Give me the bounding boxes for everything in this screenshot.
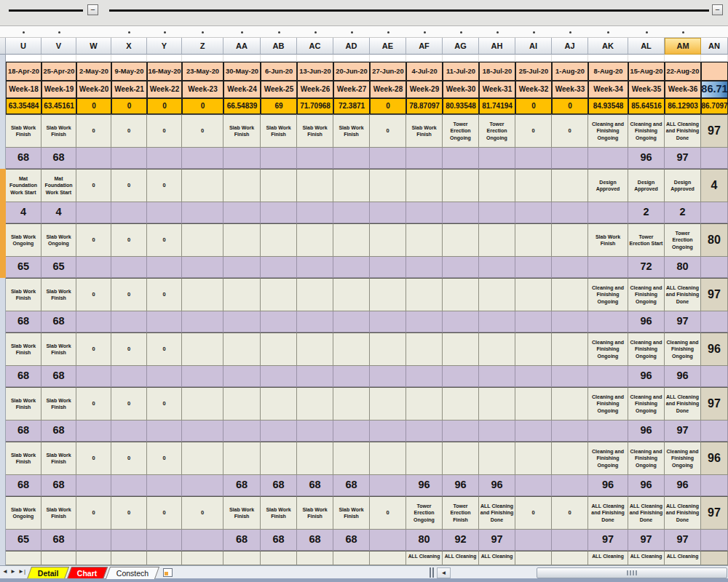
week-cell-Z[interactable]: Week-23 [182,81,223,98]
grid-cell[interactable]: 0 [147,332,182,366]
column-header-AC[interactable]: AC [297,38,333,55]
grid-cell[interactable] [370,387,406,420]
grid-cell[interactable]: ALL Cleaning [479,551,515,565]
grid-cell[interactable] [588,257,628,278]
grid-cell[interactable]: 68 [297,530,333,551]
column-header-AJ[interactable]: AJ [552,38,588,55]
grid-cell[interactable] [182,442,223,475]
progress-cell-X[interactable]: 0 [111,98,147,114]
week-cell-Y[interactable]: Week-22 [147,81,182,98]
grid-cell[interactable] [515,442,552,475]
grid-cell[interactable] [182,366,223,387]
grid-cell[interactable]: ALL Cleaning [628,551,665,565]
grid-cell[interactable] [515,420,552,442]
grid-cell[interactable]: 0 [76,496,111,530]
progress-cell-AG[interactable]: 80.93548 [443,98,479,114]
grid-cell[interactable] [479,420,515,442]
progress-cell-Z[interactable]: 0 [182,98,223,114]
grid-cell[interactable] [333,55,370,62]
grid-cell[interactable] [223,55,261,62]
week-cell-AF[interactable]: Week-29 [406,81,443,98]
grid-cell[interactable]: 0 [552,114,588,148]
h-scrollbar-thumb[interactable] [537,567,727,578]
grid-cell[interactable]: Design Approved [588,169,628,202]
grid-cell[interactable] [261,366,297,387]
grid-cell[interactable] [552,442,588,475]
week-cell-AL[interactable]: Week-35 [628,81,665,98]
grid-cell[interactable] [479,257,515,278]
grid-cell[interactable] [297,420,333,442]
grid-cell[interactable]: 97 [628,530,665,551]
grid-cell[interactable]: 0 [76,223,111,257]
grid-cell[interactable] [552,278,588,311]
grid-cell[interactable] [552,257,588,278]
grid-cell[interactable]: Cleaning and Finishing Ongoing [588,278,628,311]
grid-cell[interactable]: 96 [628,475,665,496]
grid-cell[interactable] [515,475,552,496]
grid-cell[interactable] [223,278,261,311]
grid-cell[interactable] [111,475,147,496]
grid-cell[interactable] [479,387,515,420]
grid-cell[interactable]: Slab Work Finish [223,114,261,148]
grid-cell[interactable] [370,169,406,202]
grid-cell[interactable] [443,442,479,475]
grid-cell[interactable] [479,169,515,202]
grid-cell[interactable]: 96 [628,311,665,332]
grid-cell[interactable]: 68 [41,311,76,332]
grid-cell[interactable] [479,366,515,387]
date-cell-W[interactable]: 2-May-20 [76,62,111,81]
sheet-tab-detail[interactable]: Detail [27,567,69,579]
grid-cell[interactable]: 68 [333,530,370,551]
grid-cell[interactable] [261,278,297,311]
grid-cell[interactable]: 0 [147,442,182,475]
grid-cell[interactable] [479,55,515,62]
grid-cell[interactable] [223,420,261,442]
grid-cell[interactable] [182,420,223,442]
column-header-W[interactable]: W [76,38,111,55]
column-header-V[interactable]: V [41,38,76,55]
grid-cell[interactable] [370,55,406,62]
grid-cell[interactable] [406,202,443,223]
grid-cell[interactable]: 0 [111,114,147,148]
grid-cell[interactable] [261,169,297,202]
grid-cell[interactable]: 68 [6,366,41,387]
tab-nav-prev-icon[interactable]: ◄ [2,568,8,575]
grid-cell[interactable]: 68 [261,530,297,551]
grid-cell[interactable]: 0 [147,114,182,148]
grid-cell[interactable]: ALL Cleaning and Finishing Done [665,387,701,420]
grid-cell[interactable]: Design Approved [628,169,665,202]
progress-cell-Y[interactable]: 0 [147,98,182,114]
grid-cell[interactable]: 0 [182,114,223,148]
grid-cell[interactable] [665,55,701,62]
grid-cell[interactable]: Slab Work Finish [333,496,370,530]
grid-cell[interactable] [333,257,370,278]
column-header-AM[interactable]: AM [665,38,701,55]
grid-cell[interactable]: Slab Work Finish [588,223,628,257]
grid-cell[interactable]: Slab Work Finish [41,278,76,311]
date-cell-X[interactable]: 9-May-20 [111,62,147,81]
grid-cell[interactable] [515,223,552,257]
grid-cell[interactable]: 97 [665,420,701,442]
grid-cell[interactable]: 0 [111,442,147,475]
grid-cell[interactable] [406,442,443,475]
grid-cell[interactable]: 0 [76,114,111,148]
grid-cell[interactable]: 0 [147,223,182,257]
grid-cell[interactable] [297,387,333,420]
week-cell-V[interactable]: Week-19 [41,81,76,98]
grid-cell[interactable] [370,311,406,332]
grid-cell[interactable]: 97 [701,114,728,148]
grid-cell[interactable] [76,311,111,332]
grid-cell[interactable] [297,278,333,311]
grid-cell[interactable] [76,55,111,62]
grid-cell[interactable] [223,257,261,278]
grid-cell[interactable] [261,257,297,278]
grid-cell[interactable]: Slab Work Ongoing [41,223,76,257]
grid-cell[interactable] [370,148,406,169]
grid-cell[interactable] [552,530,588,551]
column-header-Z[interactable]: Z [182,38,223,55]
grid-cell[interactable]: 0 [182,496,223,530]
tab-split-handle[interactable] [430,567,434,578]
grid-cell[interactable] [479,223,515,257]
grid-cell[interactable] [223,442,261,475]
grid-cell[interactable]: 0 [370,496,406,530]
